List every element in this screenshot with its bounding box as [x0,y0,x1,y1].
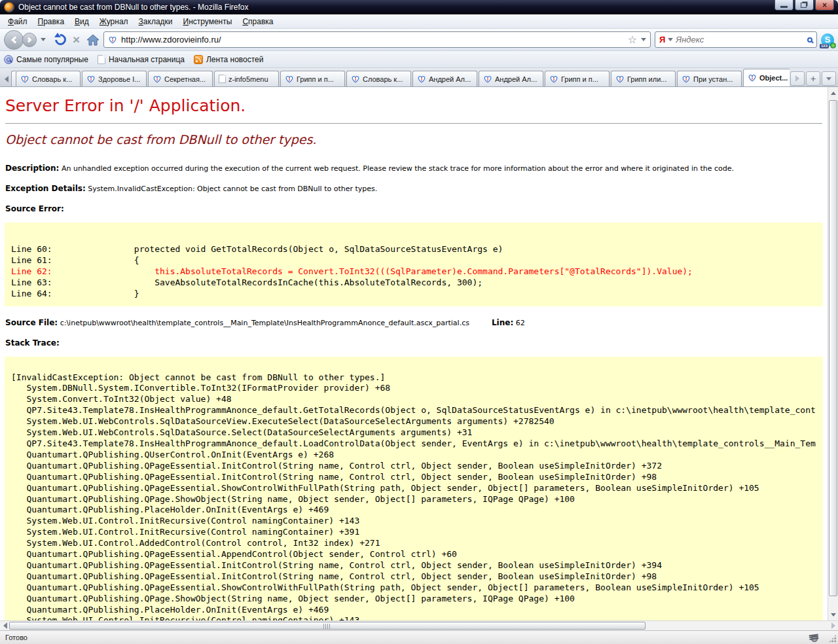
tab-scroll-right-button[interactable] [790,71,805,86]
scroll-down-button[interactable] [828,609,838,620]
forward-button[interactable] [22,33,37,47]
source-code-line: Line 60: protected void GetTotalRecords(… [11,244,816,255]
source-error-line: Source Error: [5,204,822,213]
heart-favicon [153,75,162,84]
bookmark-start-page[interactable]: Начальная страница [98,55,185,64]
page-title: Server Error in '/' Application. [5,96,822,115]
stack-trace-line: System.Web.UI.Control.InitRecursive(Cont… [11,516,816,527]
stack-trace-line: Quantumart.QPublishing.QPageEssential.In… [11,560,816,571]
menu-item[interactable]: Вид [69,16,94,27]
browser-tab[interactable]: Object... × [743,69,790,86]
close-button[interactable]: × [815,0,834,10]
scroll-up-button[interactable] [828,88,838,98]
tab-list-dropdown-button[interactable] [822,71,836,86]
location-bar[interactable]: http://www.zdorovieinfo.ru/ ☆ [103,31,651,48]
horizontal-scrollbar[interactable] [0,620,838,630]
scroll-left-button[interactable] [0,621,10,630]
menu-item[interactable]: Справка [237,16,278,27]
browser-tab[interactable]: Словарь к... [16,71,81,86]
menu-item[interactable]: Файл [3,16,33,27]
browser-tab[interactable]: Грипп и п... [545,71,610,86]
search-icon[interactable] [807,37,812,43]
browser-tab[interactable]: Андрей Ал... [412,71,477,86]
url-text[interactable]: http://www.zdorovieinfo.ru/ [121,35,624,45]
minimize-button[interactable] [774,0,793,10]
browser-tab[interactable]: При устан... [677,71,742,86]
source-error-code-box: Line 60: protected void GetTotalRecords(… [5,223,823,306]
browser-tab[interactable]: Секретная... [148,71,213,86]
menu-item[interactable]: Правка [33,16,70,27]
browser-tab[interactable]: Здоровье I... [82,71,147,86]
heart-favicon [682,75,691,84]
bookmark-most-popular[interactable]: Самые популярные [4,55,88,64]
browser-tab[interactable]: Грипп или... [611,71,676,86]
tab-label: Словарь к... [363,75,407,83]
vertical-scrollbar-thumb[interactable] [829,100,837,596]
resize-grip[interactable] [828,634,837,643]
home-button[interactable] [86,34,100,46]
window-title: Object cannot be cast from DBNull to oth… [18,3,248,12]
menu-item[interactable]: Журнал [94,16,134,27]
horizontal-scrollbar-thumb[interactable] [9,622,646,630]
stop-button[interactable]: × [73,33,80,46]
heart-favicon [285,75,294,84]
history-dropdown-arrow[interactable] [41,38,46,41]
tab-label: Секретная... [164,75,208,83]
restore-icon [801,3,807,8]
browser-tab[interactable]: Андрей Ал... [479,71,543,86]
bookmarks-toolbar: Самые популярные Начальная страница Лент… [0,51,838,68]
stack-trace-line: System.Convert.ToInt32(Object value) +48 [11,394,816,405]
source-file-label: Source File: [5,318,58,327]
skype-letter: S [825,35,831,45]
tab-label: Андрей Ал... [429,75,473,83]
skype-phone-icon [830,43,836,48]
source-code-line: Line 61: { [11,255,816,266]
browser-tab[interactable]: Словарь к... [346,71,411,86]
partial-tab[interactable] [11,71,16,86]
menu-item[interactable]: Инструменты [178,16,238,27]
tab-label: При устан... [693,75,737,83]
up-arrow-icon [831,92,836,95]
bookmark-label: Лента новостей [206,55,264,64]
error-message-heading: Object cannot be cast from DBNull to oth… [5,132,822,147]
left-arrow-icon [3,622,7,629]
vertical-scrollbar[interactable] [828,87,838,620]
new-tab-button[interactable]: + [806,71,820,86]
search-engine-dropdown-arrow[interactable] [668,38,673,41]
heart-favicon [351,75,360,84]
tab-scroll-left-button[interactable] [1,72,11,86]
divider [5,123,822,124]
stack-trace-line: [InvalidCastException: Object cannot be … [11,372,816,384]
stack-trace-line: Quantumart.QPublishing.QPageEssential.Ap… [11,549,816,560]
stack-trace-line: System.Web.UI.WebControls.SqlDataSource.… [11,427,816,438]
firebug-icon[interactable] [809,634,818,641]
exception-details-line: Exception Details: System.InvalidCastExc… [5,184,822,193]
stack-trace-line: Quantumart.QPublishing.QPageEssential.In… [11,461,816,472]
close-icon: × [822,1,827,9]
skype-icon[interactable]: S 123 [821,33,834,46]
browser-tab[interactable]: z-info5menu [214,71,279,86]
reload-button[interactable] [53,32,69,48]
most-popular-icon [4,55,13,64]
heart-favicon [86,75,96,84]
tab-label: Здоровье I... [98,75,142,83]
browser-viewport: Server Error in '/' Application. Object … [0,87,838,620]
bookmark-label: Начальная страница [109,55,185,64]
stack-trace-line: System.Web.UI.WebControls.SqlDataSourceV… [11,416,816,427]
stack-trace-line: Quantumart.QPublishing.QPageEssential.Sh… [11,483,816,494]
heart-favicon [20,75,29,84]
tab-label: Грипп и п... [297,75,340,83]
tab-strip: Словарь к... Здоровье I... [0,68,838,87]
menu-item[interactable]: Закладки [134,16,178,27]
browser-tab[interactable]: Грипп и п... [280,71,345,86]
scroll-right-button[interactable] [828,621,838,630]
source-code-line: Line 62: this.AbsoluteTotalRecords = Con… [11,266,816,277]
back-button[interactable] [4,30,24,50]
search-bar[interactable]: Я Яндекс [655,31,817,48]
restore-button[interactable] [795,0,814,10]
url-dropdown-arrow[interactable] [641,38,646,41]
bookmark-star-icon[interactable]: ☆ [628,35,637,45]
search-input[interactable]: Яндекс [676,35,805,45]
bookmark-news-feed[interactable]: Лента новостей [194,55,264,64]
status-bar: Готово [0,630,838,644]
